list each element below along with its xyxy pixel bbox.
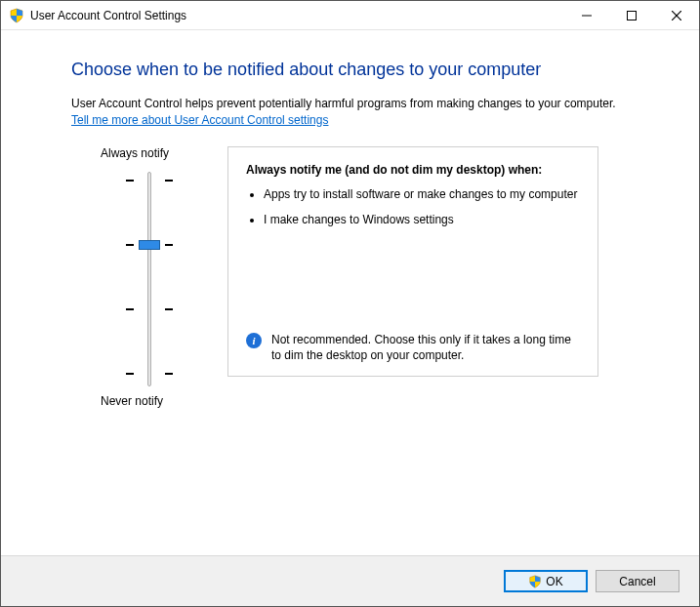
- slider-thumb[interactable]: [139, 240, 160, 250]
- titlebar: User Account Control Settings: [1, 1, 699, 30]
- info-icon: i: [246, 333, 262, 348]
- learn-more-link[interactable]: Tell me more about User Account Control …: [71, 113, 328, 127]
- cancel-button-label: Cancel: [619, 575, 655, 588]
- recommendation-row: i Not recommended. Choose this only if i…: [246, 332, 580, 363]
- window-buttons: [564, 1, 699, 29]
- uac-shield-icon: [9, 8, 24, 23]
- panel-title: Always notify me (and do not dim my desk…: [246, 163, 580, 177]
- panel-bullet: I make changes to Windows settings: [264, 212, 580, 227]
- panel-bullet: Apps try to install software or make cha…: [264, 186, 580, 202]
- svg-rect-1: [628, 11, 637, 20]
- cancel-button[interactable]: Cancel: [596, 570, 679, 592]
- ok-button[interactable]: OK: [504, 570, 588, 592]
- content-area: Choose when to be notified about changes…: [1, 30, 699, 555]
- footer: OK Cancel: [1, 555, 699, 606]
- uac-settings-window: User Account Control Settings Choose whe…: [0, 0, 700, 607]
- minimize-button[interactable]: [564, 1, 609, 29]
- slider-tick: [126, 373, 134, 375]
- description: User Account Control helps prevent poten…: [71, 96, 660, 129]
- panel-bullet-list: Apps try to install software or make cha…: [264, 186, 580, 237]
- notification-slider[interactable]: [120, 172, 179, 386]
- window-title: User Account Control Settings: [30, 9, 564, 22]
- maximize-button[interactable]: [609, 1, 654, 29]
- recommendation-text: Not recommended. Choose this only if it …: [271, 332, 580, 363]
- uac-shield-icon: [528, 575, 542, 588]
- slider-tick: [165, 244, 173, 246]
- page-heading: Choose when to be notified about changes…: [71, 60, 660, 80]
- body-row: Always notify Never notify Always notify: [71, 146, 660, 408]
- slider-top-label: Always notify: [101, 146, 169, 160]
- slider-tick: [126, 180, 134, 182]
- ok-button-label: OK: [546, 575, 562, 588]
- description-text: User Account Control helps prevent poten…: [71, 97, 616, 110]
- slider-tick: [165, 373, 173, 375]
- slider-track: [147, 172, 151, 386]
- description-panel: Always notify me (and do not dim my desk…: [227, 146, 598, 377]
- slider-tick: [126, 244, 134, 246]
- slider-tick: [165, 180, 173, 182]
- slider-bottom-label: Never notify: [101, 394, 163, 408]
- slider-tick: [126, 308, 134, 310]
- slider-tick: [165, 308, 173, 310]
- slider-column: Always notify Never notify: [71, 146, 227, 408]
- close-button[interactable]: [654, 1, 699, 29]
